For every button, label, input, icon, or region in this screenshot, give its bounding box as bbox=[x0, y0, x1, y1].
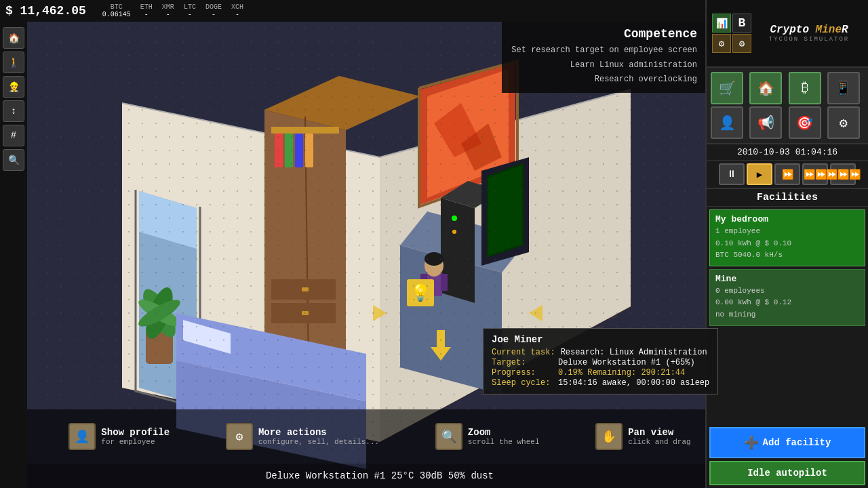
xch-ticker: XCH - bbox=[231, 3, 243, 18]
settings-button[interactable]: ⚙ bbox=[827, 106, 860, 139]
facility-card-mine[interactable]: Mine 0 employees 0.00 kWh @ $ 0.12 no mi… bbox=[709, 269, 865, 326]
bitcoin-button[interactable]: ₿ bbox=[789, 72, 821, 104]
competence-title: Competence bbox=[510, 27, 697, 41]
logo-title: Crypto MineR bbox=[755, 24, 863, 36]
btc-ticker: BTC 0.06145 bbox=[102, 3, 131, 18]
logo-area: 📊 B ⚙ ⚙ Crypto MineR TYCOON SIMULATOR bbox=[707, 0, 868, 68]
shop-button[interactable]: 🛒 bbox=[711, 72, 743, 104]
logo-subtitle: TYCOON SIMULATOR bbox=[755, 36, 863, 43]
toolbar-worker-button[interactable]: 👷 bbox=[3, 76, 24, 98]
topbar: $ 11,462.05 BTC 0.06145 ETH - XMR - LTC … bbox=[0, 0, 705, 22]
tooltip-row-sleep: Sleep cycle: 15:04:16 awake, 00:00:00 as… bbox=[492, 378, 709, 388]
toolbar-home-button[interactable]: 🏠 bbox=[3, 27, 24, 49]
tooltip-row-task: Current task: Research: Linux Administra… bbox=[492, 348, 709, 357]
phone-button[interactable]: 📱 bbox=[827, 72, 860, 104]
facility-info-bedroom: 1 employee 0.10 kWh @ $ 0.10 BTC 5040.0 … bbox=[715, 226, 859, 262]
logo-gear1-icon: ⚙ bbox=[712, 34, 731, 53]
right-panel: 📊 B ⚙ ⚙ Crypto MineR TYCOON SIMULATOR 🛒 … bbox=[705, 0, 868, 488]
toolbar-grid-button[interactable]: # bbox=[3, 125, 24, 146]
broadcast-button[interactable]: 📢 bbox=[749, 106, 782, 139]
statusbar: Deluxe Workstation #1 25°C 30dB 50% dust bbox=[27, 464, 732, 488]
competence-item-1: Set research target on employee screen bbox=[510, 43, 697, 58]
left-toolbar: 🏠 🚶 👷 ↕ # 🔍 bbox=[0, 22, 27, 488]
add-facility-button[interactable]: ➕ Add facility bbox=[709, 427, 865, 458]
add-facility-plus-icon: ➕ bbox=[744, 435, 759, 450]
competence-item-2: Learn Linux administration bbox=[510, 58, 697, 73]
logo-bar-icon: 📊 bbox=[712, 14, 731, 33]
facility-card-bedroom[interactable]: My bedroom 1 employee 0.10 kWh @ $ 0.10 … bbox=[709, 209, 865, 266]
more-actions-icon: ⚙ bbox=[226, 423, 253, 450]
actionbar: 👤 Show profile for employee ⚙ More actio… bbox=[27, 409, 732, 464]
facility-info-mine: 0 employees 0.00 kWh @ $ 0.12 no mining bbox=[715, 285, 859, 321]
faster-button[interactable]: ⏩⏩ bbox=[802, 163, 828, 185]
more-actions-button[interactable]: ⚙ More actions configure, sell, details.… bbox=[226, 423, 379, 450]
crypto-ticker: BTC 0.06145 ETH - XMR - LTC - DOGE - XCH… bbox=[102, 3, 243, 18]
idle-autopilot-button[interactable]: Idle autopilot bbox=[709, 461, 865, 485]
home-button[interactable]: 🏠 bbox=[749, 72, 782, 104]
toolbar-walk-button[interactable]: 🚶 bbox=[3, 52, 24, 73]
logo-icons: 📊 B ⚙ ⚙ bbox=[712, 14, 751, 53]
toolbar-resize-button[interactable]: ↕ bbox=[3, 100, 24, 122]
logo-b-icon: B bbox=[732, 14, 751, 33]
pan-view-icon: ✋ bbox=[595, 423, 623, 450]
pause-button[interactable]: ⏸ bbox=[719, 163, 745, 185]
ltc-ticker: LTC - bbox=[184, 3, 196, 18]
logo-gear2-icon: ⚙ bbox=[732, 34, 751, 53]
tool-grid: 🛒 🏠 ₿ 📱 👤 📢 🎯 ⚙ bbox=[707, 68, 868, 144]
datetime-display: 2010-10-03 01:04:16 bbox=[707, 144, 868, 161]
fast-button[interactable]: ⏩ bbox=[774, 163, 800, 185]
competence-panel: Competence Set research target on employ… bbox=[502, 22, 705, 93]
tooltip-row-progress: Progress: 0.19% Remaining: 290:21:44 bbox=[492, 368, 709, 378]
play-button[interactable]: ▶ bbox=[747, 163, 772, 185]
facilities-list: My bedroom 1 employee 0.10 kWh @ $ 0.10 … bbox=[707, 207, 868, 424]
show-profile-icon: 👤 bbox=[68, 423, 96, 450]
tooltip-row-target: Target: Deluxe Workstation #1 (+65%) bbox=[492, 358, 709, 367]
show-profile-button[interactable]: 👤 Show profile for employee bbox=[68, 423, 170, 450]
facility-name-bedroom: My bedroom bbox=[715, 214, 859, 224]
eth-ticker: ETH - bbox=[140, 3, 153, 18]
tooltip-char-name: Joe Miner bbox=[492, 334, 709, 345]
speed-controls: ⏸ ▶ ⏩ ⏩⏩ ⏩⏩⏩ bbox=[707, 161, 868, 189]
facilities-header: Facilities bbox=[707, 189, 868, 207]
money-display: $ 11,462.05 bbox=[5, 4, 86, 18]
target-button[interactable]: 🎯 bbox=[789, 106, 821, 139]
facility-name-mine: Mine bbox=[715, 274, 859, 284]
toolbar-zoom-button[interactable]: 🔍 bbox=[3, 149, 24, 171]
zoom-button[interactable]: 🔍 Zoom scroll the wheel bbox=[435, 423, 540, 450]
character-tooltip: Joe Miner Current task: Research: Linux … bbox=[483, 328, 718, 394]
doge-ticker: DOGE - bbox=[205, 3, 222, 18]
competence-item-3: Research overclocking bbox=[510, 73, 697, 87]
xmr-ticker: XMR - bbox=[162, 3, 174, 18]
fastest-button[interactable]: ⏩⏩⏩ bbox=[830, 163, 856, 185]
pan-view-button[interactable]: ✋ Pan view click and drag bbox=[595, 423, 690, 450]
employee-button[interactable]: 👤 bbox=[711, 106, 743, 139]
zoom-icon: 🔍 bbox=[435, 423, 462, 450]
